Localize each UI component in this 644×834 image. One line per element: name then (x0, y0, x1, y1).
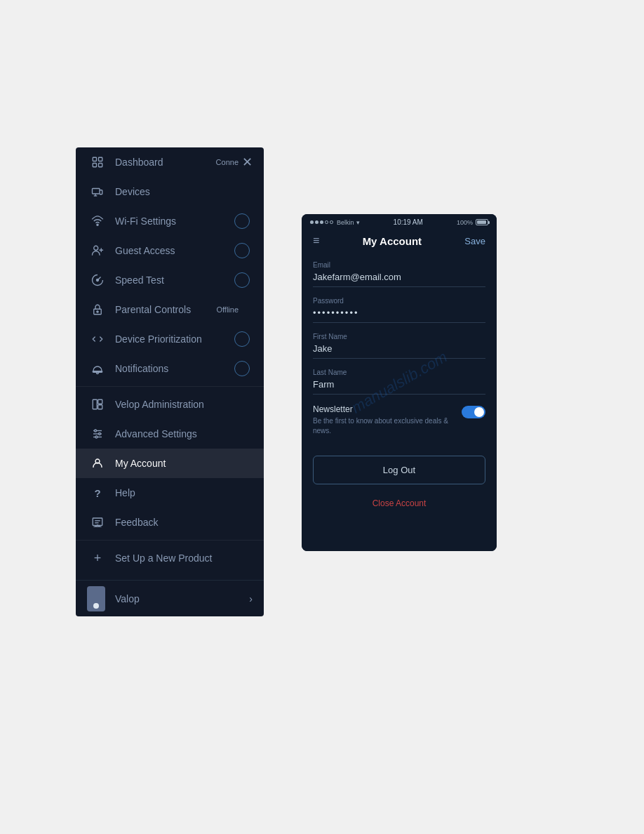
signal-dot-5 (330, 220, 333, 224)
sidebar-item-help[interactable]: ? Help (76, 478, 264, 508)
status-circle (234, 361, 250, 376)
sidebar-item-velop-admin[interactable]: Velop Administration (76, 390, 264, 419)
battery-percentage: 100% (457, 219, 473, 226)
newsletter-row: Newsletter Be the first to know about ex… (313, 404, 485, 436)
svg-point-7 (97, 224, 98, 225)
sidebar-item-device-prioritization[interactable]: Device Prioritization (76, 324, 264, 354)
password-field: Password •••••••••• (313, 297, 485, 323)
newsletter-toggle[interactable] (462, 406, 485, 418)
advanced-settings-icon (90, 426, 105, 442)
velop-admin-icon (90, 397, 105, 412)
sidebar-item-label: Speed Test (115, 274, 234, 286)
close-account-link[interactable]: Close Account (313, 493, 485, 514)
phone-content: Email Jakefarm@email.com Password ••••••… (302, 253, 497, 551)
signal-dot-1 (310, 220, 314, 224)
password-label: Password (313, 297, 485, 305)
spacer (313, 447, 485, 456)
newsletter-label: Newsletter (313, 404, 456, 414)
guest-access-icon (90, 243, 105, 258)
hamburger-icon[interactable]: ≡ (313, 234, 319, 247)
email-label: Email (313, 261, 485, 269)
sidebar-item-parental-controls[interactable]: Parental Controls Offline (76, 295, 264, 324)
chevron-right-icon: › (249, 593, 253, 604)
email-field: Email Jakefarm@email.com (313, 261, 485, 287)
sidebar-item-setup-product[interactable]: + Set Up a New Product (76, 543, 264, 573)
offline-status: Offline (216, 305, 239, 314)
last-name-field: Last Name Farm (313, 369, 485, 395)
logout-button[interactable]: Log Out (313, 456, 485, 484)
sidebar: Dashboard Conne ✕ Devices Wi-Fi Settings (76, 147, 264, 616)
sidebar-item-advanced-settings[interactable]: Advanced Settings (76, 419, 264, 449)
svg-rect-4 (93, 189, 100, 194)
battery-fill (477, 220, 486, 224)
sidebar-item-feedback[interactable]: Feedback (76, 508, 264, 537)
status-left: Belkin ▾ (310, 219, 360, 226)
sidebar-item-speed-test[interactable]: Speed Test (76, 265, 264, 295)
last-name-value[interactable]: Farm (313, 379, 485, 395)
close-icon[interactable]: ✕ (242, 154, 253, 170)
newsletter-description: Be the first to know about exclusive dea… (313, 416, 456, 436)
svg-rect-23 (93, 518, 102, 526)
status-circle (234, 243, 250, 258)
svg-rect-0 (93, 157, 96, 161)
velop-footer[interactable]: Valop › (76, 580, 264, 616)
svg-rect-1 (99, 157, 102, 161)
sidebar-item-notifications[interactable]: Notifications (76, 354, 264, 383)
status-circle (234, 331, 250, 347)
velop-device-icon (87, 586, 105, 611)
svg-rect-15 (98, 405, 102, 409)
battery-tip (488, 221, 490, 224)
sidebar-item-my-account[interactable]: My Account (76, 449, 264, 478)
help-icon: ? (90, 485, 105, 501)
status-bar: Belkin ▾ 10:19 AM 100% (302, 214, 497, 229)
devices-icon (90, 184, 105, 199)
first-name-field: First Name Jake (313, 333, 485, 359)
svg-point-11 (97, 311, 98, 312)
save-button[interactable]: Save (464, 236, 485, 246)
status-right: 100% (457, 219, 488, 226)
sidebar-item-label: Set Up a New Product (115, 552, 250, 564)
toggle-knob (474, 407, 484, 417)
svg-point-8 (94, 246, 98, 250)
svg-point-20 (99, 433, 101, 435)
phone-mockup: Belkin ▾ 10:19 AM 100% ≡ My Account Save… (302, 214, 497, 551)
status-circle (234, 272, 250, 288)
divider (76, 540, 264, 541)
notifications-icon (90, 361, 105, 376)
device-prioritization-icon (90, 331, 105, 347)
sidebar-item-label: Wi-Fi Settings (115, 216, 234, 227)
sidebar-item-label: My Account (115, 458, 250, 469)
phone-header: ≡ My Account Save (302, 229, 497, 253)
svg-rect-12 (93, 371, 102, 373)
sidebar-item-label: Notifications (115, 363, 234, 374)
first-name-value[interactable]: Jake (313, 343, 485, 359)
sidebar-item-devices[interactable]: Devices (76, 177, 264, 206)
speed-test-icon (90, 272, 105, 288)
sidebar-item-label: Feedback (115, 517, 250, 528)
sidebar-item-label: Device Prioritization (115, 333, 234, 345)
wifi-icon (90, 213, 105, 229)
sidebar-item-wifi-settings[interactable]: Wi-Fi Settings (76, 206, 264, 236)
svg-rect-3 (99, 164, 102, 167)
feedback-icon (90, 515, 105, 530)
password-value[interactable]: •••••••••• (313, 307, 485, 323)
connection-status: Conne (216, 158, 239, 166)
status-circle (234, 213, 250, 229)
last-name-label: Last Name (313, 369, 485, 376)
sidebar-item-label: Help (115, 487, 250, 498)
first-name-label: First Name (313, 333, 485, 340)
velop-label: Valop (115, 593, 249, 604)
svg-rect-13 (93, 399, 97, 409)
sidebar-item-label: Velop Administration (115, 399, 250, 410)
page-title: My Account (363, 235, 422, 247)
email-value[interactable]: Jakefarm@email.com (313, 272, 485, 287)
sidebar-item-label: Advanced Settings (115, 428, 250, 439)
sidebar-item-dashboard[interactable]: Dashboard Conne ✕ (76, 147, 264, 177)
svg-point-19 (95, 430, 97, 432)
wifi-status-icon: ▾ (356, 219, 360, 226)
newsletter-text: Newsletter Be the first to know about ex… (313, 404, 456, 436)
signal-dot-3 (320, 220, 323, 224)
svg-rect-14 (98, 399, 102, 404)
my-account-icon (90, 456, 105, 471)
sidebar-item-guest-access[interactable]: Guest Access (76, 236, 264, 265)
